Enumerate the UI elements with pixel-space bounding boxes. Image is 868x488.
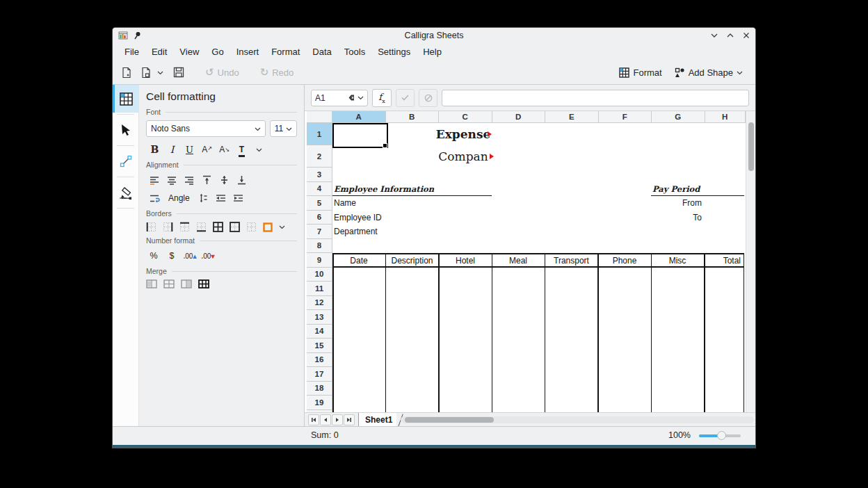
menu-item[interactable]: Data xyxy=(306,44,337,59)
sheet-tab[interactable]: Sheet1 xyxy=(358,413,396,427)
redo-button[interactable]: ↻Redo xyxy=(257,63,297,81)
border-none-button[interactable] xyxy=(246,222,257,232)
menu-item[interactable]: Go xyxy=(205,44,230,59)
shrink-font-button[interactable]: A↘ xyxy=(216,143,233,156)
row-header[interactable]: 8 xyxy=(307,239,332,254)
horizontal-scrollbar[interactable] xyxy=(401,416,754,423)
menu-item[interactable]: Tools xyxy=(338,44,371,59)
menu-item[interactable]: Help xyxy=(417,44,448,59)
grow-font-button[interactable]: A↗ xyxy=(198,143,216,156)
align-middle-button[interactable] xyxy=(216,173,233,187)
row-header[interactable]: 17 xyxy=(307,367,332,382)
row-header[interactable]: 3 xyxy=(307,168,332,182)
row-header[interactable]: 5 xyxy=(307,196,332,211)
formula-input[interactable] xyxy=(442,90,749,106)
menu-item[interactable]: Settings xyxy=(371,44,417,59)
vertical-scrollbar-thumb[interactable] xyxy=(748,122,754,171)
row-header[interactable]: 7 xyxy=(307,225,332,239)
column-header[interactable]: F xyxy=(599,111,652,123)
row-header[interactable]: 1 xyxy=(307,123,332,145)
new-document-button[interactable] xyxy=(118,64,135,81)
border-top-button[interactable] xyxy=(179,222,190,232)
row-header[interactable]: 19 xyxy=(307,396,332,410)
chevron-down-icon[interactable] xyxy=(357,95,364,101)
column-header[interactable]: D xyxy=(492,111,546,123)
column-header[interactable]: E xyxy=(545,111,599,123)
row-header[interactable]: 12 xyxy=(307,296,332,311)
cancel-formula-button[interactable] xyxy=(419,89,437,107)
row-header[interactable]: 2 xyxy=(307,145,332,168)
horizontal-scrollbar-thumb[interactable] xyxy=(405,417,494,423)
align-top-button[interactable] xyxy=(198,173,216,187)
format-button[interactable]: Format xyxy=(616,65,664,81)
border-outline-button[interactable] xyxy=(230,222,240,232)
row-header[interactable]: 14 xyxy=(307,325,332,339)
cell-tool-button[interactable] xyxy=(113,85,139,113)
save-button[interactable] xyxy=(170,64,187,81)
undo-button[interactable]: ↺Undo xyxy=(202,63,242,81)
column-header[interactable]: G xyxy=(652,111,705,123)
font-size-select[interactable]: 11 xyxy=(270,120,297,137)
border-color-button[interactable] xyxy=(263,222,273,232)
row-header[interactable]: 10 xyxy=(307,268,332,282)
cells-canvas[interactable]: Expense Compan Employee Information Pay … xyxy=(332,123,746,412)
row-header[interactable]: 13 xyxy=(307,310,332,325)
add-shape-button[interactable]: Add Shape xyxy=(672,65,746,81)
column-header[interactable]: H xyxy=(705,111,746,123)
selected-cell-a1[interactable] xyxy=(332,123,388,148)
insert-function-button[interactable]: fx xyxy=(372,89,392,107)
align-left-button[interactable] xyxy=(146,173,163,187)
clear-reference-icon[interactable] xyxy=(346,94,355,101)
row-header[interactable]: 11 xyxy=(307,282,332,296)
percent-format-button[interactable]: % xyxy=(146,249,161,263)
underline-button[interactable]: U xyxy=(181,143,198,156)
merge-vertical-button[interactable] xyxy=(181,279,192,288)
cell-reference-box[interactable]: A1 xyxy=(311,90,368,106)
currency-format-button[interactable]: $ xyxy=(164,249,179,263)
align-center-button[interactable] xyxy=(163,173,181,187)
menu-item[interactable]: Edit xyxy=(145,44,173,59)
wrap-text-button[interactable] xyxy=(146,191,163,205)
minimize-icon[interactable] xyxy=(709,31,719,40)
connector-tool-button[interactable] xyxy=(113,147,139,175)
align-bottom-button[interactable] xyxy=(233,173,250,187)
row-header[interactable]: 18 xyxy=(307,382,332,396)
border-all-button[interactable] xyxy=(213,222,223,232)
accept-formula-button[interactable] xyxy=(396,89,415,107)
text-color-chevron-icon[interactable] xyxy=(250,143,268,156)
row-header[interactable]: 6 xyxy=(307,211,332,225)
row-header[interactable]: 16 xyxy=(307,353,332,368)
menu-item[interactable]: File xyxy=(118,44,145,59)
column-header[interactable]: B xyxy=(386,111,440,123)
merge-horizontal-button[interactable] xyxy=(163,279,175,288)
decrease-indent-button[interactable] xyxy=(212,191,230,205)
border-bottom-button[interactable] xyxy=(196,222,207,232)
close-icon[interactable] xyxy=(741,31,751,40)
titlebar[interactable]: Calligra Sheets xyxy=(113,28,755,43)
previous-sheet-button[interactable] xyxy=(320,414,331,425)
selection-fill-handle[interactable] xyxy=(383,143,387,148)
vertical-text-button[interactable] xyxy=(195,191,212,205)
row-header[interactable]: 15 xyxy=(307,339,332,353)
open-recent-chevron-icon[interactable] xyxy=(157,70,163,76)
path-tool-button[interactable] xyxy=(113,179,139,206)
menu-item[interactable]: Format xyxy=(265,44,306,59)
font-family-select[interactable]: Noto Sans xyxy=(146,120,266,137)
merge-cells-button[interactable] xyxy=(146,279,157,288)
open-document-button[interactable] xyxy=(138,64,154,81)
border-left-button[interactable] xyxy=(146,222,156,232)
sheet-grid[interactable]: ABCDEFGH 1234567891011121314151617181920… xyxy=(305,111,755,412)
text-color-button[interactable]: T xyxy=(233,143,250,156)
bold-button[interactable]: B xyxy=(146,143,163,156)
row-header[interactable]: 9 xyxy=(307,253,332,268)
zoom-slider[interactable] xyxy=(699,434,741,437)
menu-item[interactable]: View xyxy=(173,44,205,59)
column-header[interactable]: C xyxy=(439,111,492,123)
first-sheet-button[interactable] xyxy=(308,414,319,425)
border-chevron-icon[interactable] xyxy=(279,224,285,230)
align-right-button[interactable] xyxy=(181,173,198,187)
border-right-button[interactable] xyxy=(163,222,173,232)
next-sheet-button[interactable] xyxy=(332,414,343,425)
column-header[interactable]: A xyxy=(332,111,386,123)
row-header[interactable]: 4 xyxy=(307,182,332,197)
